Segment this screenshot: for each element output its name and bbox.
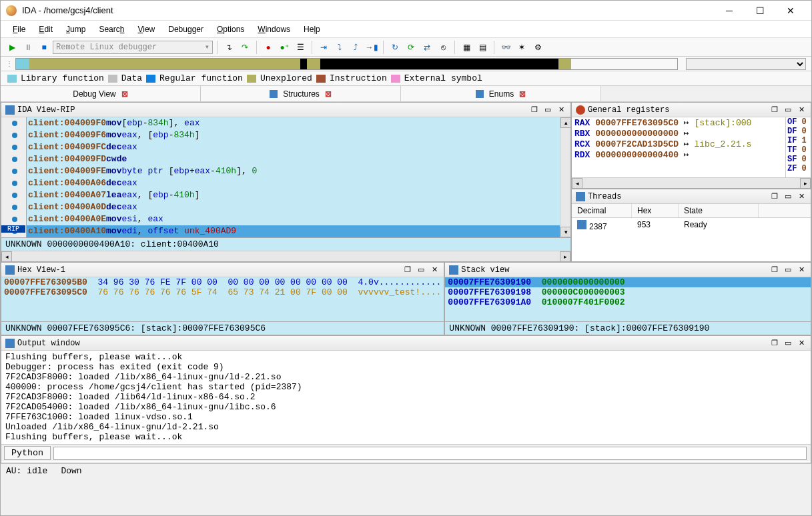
step-out-icon[interactable]: ⤴ [348,40,363,55]
panel-pin-icon[interactable]: ▭ [783,265,793,275]
disasm-line[interactable]: client:004009FC dec eax [1,141,560,153]
stack-line[interactable]: 00007FFE76309198 000000C000000003 [445,287,811,297]
maximize-button[interactable]: ☐ [745,1,775,21]
stack-view[interactable]: 00007FFE76309190 000000000000000000007FF… [445,277,811,321]
menubar: File Edit Jump Search View Debugger Opti… [1,21,811,38]
register-line[interactable]: RBX 0000000000000000 ↦ [572,128,785,139]
tab-close-icon[interactable]: ⊠ [519,89,526,99]
stack-line[interactable]: 00007FFE76309190 0000000000000000 [445,277,811,287]
disasm-line[interactable]: client:00400A0E mov esi, eax [1,213,560,225]
menu-debugger[interactable]: Debugger [161,22,210,37]
tab-close-icon[interactable]: ⊠ [325,89,332,99]
step-into2-icon[interactable]: ⤵ [332,40,347,55]
flags-view: OF 0DF 0IF 1TF 0SF 0ZF 0 [785,117,811,177]
refresh-icon[interactable]: ↻ [388,40,402,55]
step-into-icon[interactable]: ↴ [222,40,236,55]
bp-add-icon[interactable]: ●⁺ [277,40,292,55]
hex-line[interactable]: 00007FFE763095B0 34 96 30 76 FE 7F 00 00… [1,277,444,287]
trace-icon[interactable]: ✶ [514,40,529,55]
pause-button[interactable]: ⏸ [21,40,35,55]
hex-line[interactable]: 00007FFE763095C0 76 76 76 76 76 76 5F 74… [1,287,444,297]
stack-line[interactable]: 00007FFE763091A0 0100007F401F0002 [445,297,811,307]
sync-icon[interactable]: ⇄ [420,40,434,55]
command-input[interactable] [53,447,807,460]
minimize-button[interactable]: ─ [714,1,745,21]
hex-status: UNKNOWN 00007FFE763095C6: [stack]:00007F… [1,321,444,335]
threads-icon[interactable]: ▤ [475,40,490,55]
panel-close-icon[interactable]: ✕ [556,105,566,115]
panel-pin-icon[interactable]: ▭ [416,265,426,275]
disasm-view[interactable]: RIP client:004009F0 mov [ebp-834h], eaxc… [1,117,560,237]
tab-debug-view[interactable]: Debug View⊠ [1,86,201,101]
scrollbar-v[interactable]: ▴▾ [560,117,570,237]
panel-pin-icon[interactable]: ▭ [783,105,793,115]
reload-icon[interactable]: ⟳ [404,40,418,55]
tab-enums[interactable]: Enums⊠ [401,86,601,101]
disasm-line[interactable]: client:004009FE mov byte ptr [ebp+eax-41… [1,165,560,177]
disasm-line[interactable]: client:00400A0D dec eax [1,201,560,213]
panel-restore-icon[interactable]: ❐ [769,191,780,202]
main-tabs: Debug View⊠ Structures⊠ Enums⊠ [1,86,811,102]
stop-button[interactable]: ■ [37,40,51,55]
panel-restore-icon[interactable]: ❐ [769,338,780,349]
reg-scroll[interactable]: ◂▸ [572,177,811,188]
register-line[interactable]: RCX 00007F2CAD13D5CD ↦ libc_2.21.s [572,139,785,149]
menu-file[interactable]: File [6,22,32,37]
nav-bar: ⋮ [1,57,811,71]
menu-windows[interactable]: Windows [251,22,297,37]
panel-pin-icon[interactable]: ▭ [542,105,553,115]
panel-restore-icon[interactable]: ❐ [529,105,540,115]
step-icon[interactable]: ⇥ [316,40,331,55]
output-view[interactable]: Flushing buffers, please wait...okDebugg… [1,351,811,444]
register-line[interactable]: RAX 00007FFE763095C0 ↦ [stack]:000 [572,117,785,128]
panel-pin-icon[interactable]: ▭ [783,191,793,202]
panel-close-icon[interactable]: ✕ [796,191,807,202]
debugger-select[interactable]: Remote Linux debugger▾ [53,41,213,54]
run-to-icon[interactable]: →▮ [364,40,379,55]
nav-combo[interactable] [686,58,806,70]
panel-restore-icon[interactable]: ❐ [769,265,780,275]
menu-jump[interactable]: Jump [59,22,92,37]
threads-table[interactable]: Decimal Hex State 2387 953 Ready [572,204,811,261]
disasm-line[interactable]: client:004009F0 mov [ebp-834h], eax [1,117,560,129]
panel-pin-icon[interactable]: ▭ [783,338,793,349]
close-button[interactable]: ✕ [775,1,806,21]
threads-col-decimal[interactable]: Decimal [572,204,632,217]
disasm-line[interactable]: client:00400A06 dec eax [1,177,560,189]
disasm-line[interactable]: client:004009FD cwde [1,153,560,165]
disasm-line[interactable]: client:00400A10 mov edi, offset unk_400A… [1,225,560,237]
tab-close-icon[interactable]: ⊠ [121,89,128,99]
scrollbar-h[interactable]: ◂▸ [1,251,570,261]
nav-strip[interactable] [15,58,678,70]
run-button[interactable]: ▶ [5,40,19,55]
menu-view[interactable]: View [131,22,161,37]
panel-close-icon[interactable]: ✕ [429,265,440,275]
watch-icon[interactable]: 👓 [498,40,513,55]
step-over-icon[interactable]: ↷ [238,40,252,55]
python-button[interactable]: Python [4,446,51,460]
panel-close-icon[interactable]: ✕ [796,105,807,115]
menu-edit[interactable]: Edit [32,22,59,37]
detach-icon[interactable]: ⎋ [436,40,450,55]
register-line[interactable]: RDX 0000000000000400 ↦ [572,149,785,160]
disasm-line[interactable]: client:004009F6 mov eax, [ebp-834h] [1,129,560,141]
threads-col-hex[interactable]: Hex [632,204,679,217]
modules-icon[interactable]: ▦ [459,40,474,55]
thread-row[interactable]: 2387 953 Ready [572,218,811,233]
bp-list-icon[interactable]: ☰ [293,40,308,55]
bp-toggle-icon[interactable]: ● [261,40,276,55]
registers-view[interactable]: RAX 00007FFE763095C0 ↦ [stack]:000RBX 00… [572,117,785,177]
menu-options[interactable]: Options [210,22,251,37]
disasm-line[interactable]: client:00400A07 lea eax, [ebp-410h] [1,189,560,201]
threads-col-state[interactable]: State [679,204,759,217]
panel-restore-icon[interactable]: ❐ [769,105,780,115]
menu-help[interactable]: Help [297,22,327,37]
tab-structures[interactable]: Structures⊠ [201,86,401,101]
panel-close-icon[interactable]: ✕ [796,338,807,349]
window-title: IDA - /home/gcsj4/client [22,5,714,15]
panel-restore-icon[interactable]: ❐ [402,265,413,275]
panel-close-icon[interactable]: ✕ [796,265,807,275]
config-icon[interactable]: ⚙ [530,40,545,55]
menu-search[interactable]: Search [92,22,131,37]
hex-view[interactable]: 00007FFE763095B0 34 96 30 76 FE 7F 00 00… [1,277,444,321]
